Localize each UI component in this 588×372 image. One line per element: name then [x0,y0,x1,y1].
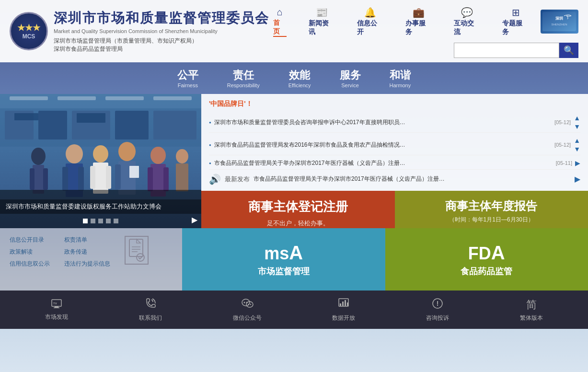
tv-icon: TV [51,299,62,311]
right-arrow-2[interactable]: ▶ [575,159,580,167]
down-arrow-1[interactable]: ▼ [574,145,580,153]
main-content: 深圳市市场和质量监督委建设版权服务工作站助力文博会 ▶ '中国品牌日'！ ● [0,94,588,228]
footer-data[interactable]: 数据开放 [332,298,355,322]
info-col-1: 信息公开目录 政策解读 信用信息双公示 [10,236,50,283]
value-cn-4: 和谐 [390,68,411,82]
svg-rect-7 [105,96,144,100]
value-en-1: Responsibility [227,82,260,88]
link-info-dir[interactable]: 信息公开目录 [10,236,50,244]
svg-point-46 [137,254,144,261]
nav-item-special[interactable]: ⊞ 专题服务 [498,5,532,38]
footer-label-data: 数据开放 [332,314,355,322]
footer-consult[interactable]: ! 咨询投诉 [426,298,449,322]
value-fairness[interactable]: 公平 Fairness [177,68,198,88]
link-policy[interactable]: 政策解读 [10,248,50,256]
dot-4[interactable] [106,219,111,223]
nav-item-service[interactable]: 💼 办事服务 [402,5,436,38]
value-cn-1: 责任 [227,68,260,82]
org-sub2: 深圳市食品药品监督管理局 [54,45,269,53]
svg-rect-6 [58,96,96,100]
value-en-0: Fairness [177,82,198,88]
news-item-0[interactable]: ● 深圳市市场和质量监督管理委员会咨询举报申诉中心2017年直接聘用职员… [0… [209,112,580,133]
slider-next-arrow[interactable]: ▶ [192,215,197,224]
svg-rect-11 [38,111,67,140]
footer-label-contact: 联系我们 [139,314,162,322]
nav-label-interact: 互动交流 [454,19,480,36]
value-service[interactable]: 服务 Service [340,68,361,88]
link-credit[interactable]: 信用信息双公示 [10,260,50,268]
up-arrow-0[interactable]: ▲ [574,114,580,122]
news-icon: 📰 [316,7,328,18]
svg-rect-14 [153,111,196,140]
dot-3[interactable] [98,219,103,223]
svg-rect-29 [106,166,111,189]
footer-contact[interactable]: 联系我们 [139,298,162,322]
msa-section[interactable]: msA 市场监督管理 [182,228,385,291]
main-nav: ⌂ 首页 📰 新闻资讯 🔔 信息公开 💼 办事服务 💬 互动交流 [269,5,533,39]
value-en-2: Efficiency [288,82,311,88]
value-efficiency[interactable]: 效能 Efficiency [288,68,311,88]
svg-text:深圳: 深圳 [555,16,563,21]
slider-caption: 深圳市市场和质量监督委建设版权服务工作站助力文博会 [0,199,201,214]
svg-point-18 [31,148,46,165]
value-responsibility[interactable]: 责任 Responsibility [227,68,260,88]
latest-arrow[interactable]: ▶ [575,174,580,184]
speaker-icon: 🔊 [209,174,221,185]
nav-label-info: 信息公开 [357,19,383,36]
svg-rect-8 [153,96,192,100]
info-section: 信息公开目录 政策解读 信用信息双公示 权责清单 政务传递 违法行为提示信息 [0,228,182,291]
value-en-4: Harmony [390,82,411,88]
news-item-1[interactable]: ● 深圳市食品药品监督管理局发布2016年深圳市食品及食用农产品抽检情况… [0… [209,135,580,155]
card-reg-title: 商事主体登记注册 [248,198,348,215]
search-button[interactable]: 🔍 [559,43,578,58]
svg-rect-0 [542,12,576,31]
bullet-0: ● [209,120,211,125]
dot-2[interactable] [91,219,95,223]
fda-section[interactable]: FDA 食品药品监管 [385,228,588,291]
interact-icon: 💬 [461,7,473,18]
news-ctrl-1: ▲ ▼ [574,137,580,153]
svg-rect-32 [115,164,121,189]
footer-trad[interactable]: 简 繁体版本 [520,298,543,322]
card-report-sub: （时间：每年1月1日—6月30日） [449,216,534,224]
news-text-0: 深圳市市场和质量监督管理委员会咨询举报申诉中心2017年直接聘用职员… [214,118,552,127]
news-latest: 🔊 最新发布 市食品药品监督管理局关于举办深圳市2017年医疗器械（义齿产品）注… [209,174,580,185]
search-input[interactable] [454,43,559,58]
footer-wechat[interactable]: 微信公众号 [233,298,262,322]
link-rights[interactable]: 权责清单 [64,236,110,244]
svg-text:!: ! [437,300,439,307]
nav-item-interact[interactable]: 💬 互动交流 [450,5,484,38]
search-bar: 🔍 [454,43,578,58]
link-violation[interactable]: 违法行为提示信息 [64,260,110,268]
dot-5[interactable] [114,219,118,223]
news-ctrl-0: ▲ ▼ [574,114,580,130]
value-cn-0: 公平 [177,68,198,82]
svg-rect-33 [129,166,139,178]
msa-label: 市场监督管理 [258,266,310,277]
footer-tv[interactable]: TV 市场发现 [45,299,68,321]
svg-text:TV: TV [53,302,57,305]
up-arrow-1[interactable]: ▲ [574,137,580,144]
news-item-2[interactable]: ● 市食品药品监督管理局关于举办深圳市2017年医疗器械（义齿产品）注册… [0… [209,157,580,170]
logo-area: ★★★ MCS 深圳市市场和质量监督管理委员会 Market and Quali… [10,9,269,53]
nav-item-info[interactable]: 🔔 信息公开 [353,5,387,38]
document-icon[interactable] [125,236,149,265]
link-gov[interactable]: 政务传递 [64,248,110,256]
nav-item-news[interactable]: 📰 新闻资讯 [305,5,339,38]
latest-label: 最新发布 [225,175,250,184]
value-harmony[interactable]: 和谐 Harmony [390,68,411,88]
service-icon: 💼 [413,7,425,18]
dot-1[interactable] [83,219,88,223]
svg-rect-28 [90,166,95,189]
svg-text:SHENZHEN: SHENZHEN [552,23,567,26]
down-arrow-0[interactable]: ▼ [574,123,580,130]
nav-item-home[interactable]: ⌂ 首页 [269,5,290,39]
news-highlight: '中国品牌日'！ [209,100,580,108]
svg-rect-24 [62,167,68,191]
footer-label-wechat: 微信公众号 [233,314,262,322]
msa-logo-a: A [289,242,303,263]
nav-label-news: 新闻资讯 [309,19,335,36]
bottom-sections: 信息公开目录 政策解读 信用信息双公示 权责清单 政务传递 违法行为提示信息 [0,228,588,291]
value-cn-2: 效能 [288,68,311,82]
footer-label-trad: 繁体版本 [520,314,543,322]
